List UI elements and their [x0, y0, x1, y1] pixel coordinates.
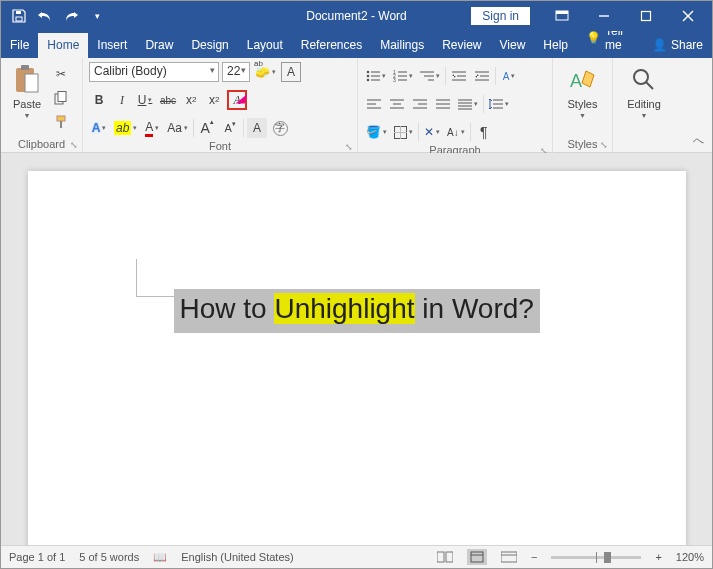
redo-icon[interactable] — [61, 6, 81, 26]
paste-button[interactable]: Paste ▼ — [7, 62, 47, 121]
chevron-down-icon: ▼ — [579, 112, 586, 119]
zoom-level[interactable]: 120% — [676, 551, 704, 563]
svg-text:A: A — [570, 71, 582, 91]
clear-format-icon: A◢ — [233, 93, 240, 108]
svg-rect-13 — [57, 116, 65, 121]
svg-line-62 — [646, 82, 653, 89]
sort-icon: A↓ — [447, 127, 459, 138]
align-center-button[interactable] — [387, 94, 407, 114]
styles-button[interactable]: A Styles ▼ — [563, 62, 603, 121]
launcher-icon[interactable]: ⤡ — [345, 142, 353, 152]
share-button[interactable]: 👤 Share — [643, 33, 712, 58]
decrease-indent-button[interactable] — [449, 66, 469, 86]
save-icon[interactable] — [9, 6, 29, 26]
tab-review[interactable]: Review — [433, 33, 490, 58]
launcher-icon[interactable]: ⤡ — [70, 140, 78, 150]
highlighted-text: Unhighlight — [274, 293, 414, 324]
ribbon-display-icon[interactable] — [542, 1, 582, 31]
font-name-combo[interactable]: Calibri (Body) — [89, 62, 219, 82]
tab-layout[interactable]: Layout — [238, 33, 292, 58]
font-color-button[interactable]: A — [142, 118, 162, 138]
sign-in-button[interactable]: Sign in — [471, 7, 530, 25]
read-mode-button[interactable] — [437, 551, 453, 563]
tab-home[interactable]: Home — [38, 33, 88, 58]
increase-indent-button[interactable] — [472, 66, 492, 86]
numbering-button[interactable]: 123 — [391, 66, 415, 86]
enclose-chars-button[interactable]: 字 — [270, 118, 290, 138]
selected-text[interactable]: How to Unhighlight in Word? — [174, 289, 540, 333]
justify-button[interactable] — [433, 94, 453, 114]
svg-rect-10 — [25, 74, 38, 92]
styles-label: Styles — [568, 98, 598, 110]
grow-font-button[interactable]: A▴ — [197, 118, 217, 138]
phonetic-guide-button[interactable]: A — [247, 118, 267, 138]
print-layout-button[interactable] — [467, 549, 487, 565]
chevron-down-icon: ▼ — [24, 112, 31, 119]
undo-icon[interactable] — [35, 6, 55, 26]
underline-button[interactable]: U — [135, 90, 155, 110]
sort-button[interactable]: A↓ — [445, 122, 467, 142]
subscript-button[interactable]: x2 — [181, 90, 201, 110]
shrink-font-button[interactable]: A▾ — [220, 118, 240, 138]
bucket-icon: 🪣 — [366, 125, 381, 139]
launcher-icon[interactable]: ⤡ — [600, 140, 608, 150]
snap-to-grid-button[interactable]: ✕ — [422, 122, 442, 142]
title-bar: ▾ Document2 - Word Sign in — [1, 1, 712, 31]
shading-button[interactable]: 🪣 — [364, 122, 389, 142]
quick-access-toolbar: ▾ — [1, 6, 107, 26]
page-indicator[interactable]: Page 1 of 1 — [9, 551, 65, 563]
ribbon-tabs: File Home Insert Draw Design Layout Refe… — [1, 31, 712, 58]
bullets-button[interactable] — [364, 66, 388, 86]
bold-button[interactable]: B — [89, 90, 109, 110]
language-indicator[interactable]: English (United States) — [181, 551, 294, 563]
tab-view[interactable]: View — [491, 33, 535, 58]
tab-insert[interactable]: Insert — [88, 33, 136, 58]
text-segment: in Word? — [415, 293, 534, 324]
collapse-ribbon-button[interactable]: へ — [693, 133, 704, 148]
highlight-color-button[interactable]: ab — [112, 118, 139, 138]
minimize-button[interactable] — [584, 1, 624, 31]
char-border-button[interactable]: A — [281, 62, 301, 82]
close-button[interactable] — [668, 1, 708, 31]
cut-button[interactable]: ✂ — [51, 64, 71, 84]
borders-button[interactable] — [392, 122, 415, 142]
copy-button[interactable] — [51, 88, 71, 108]
find-icon — [628, 64, 660, 96]
change-case-aa-button[interactable]: Aa — [165, 118, 190, 138]
tab-file[interactable]: File — [1, 33, 38, 58]
editing-button[interactable]: Editing ▼ — [623, 62, 665, 121]
superscript-button[interactable]: x2 — [204, 90, 224, 110]
strikethrough-button[interactable]: abc — [158, 90, 178, 110]
maximize-button[interactable] — [626, 1, 666, 31]
word-count[interactable]: 5 of 5 words — [79, 551, 139, 563]
multilevel-list-button[interactable] — [418, 66, 442, 86]
distributed-button[interactable] — [456, 94, 480, 114]
italic-button[interactable]: I — [112, 90, 132, 110]
tab-draw[interactable]: Draw — [136, 33, 182, 58]
svg-marker-31 — [452, 74, 456, 78]
line-spacing-button[interactable] — [487, 94, 511, 114]
align-left-button[interactable] — [364, 94, 384, 114]
copy-icon — [54, 91, 68, 105]
text-effects-button[interactable]: A — [89, 118, 109, 138]
show-marks-button[interactable]: ¶ — [474, 122, 494, 142]
tab-design[interactable]: Design — [182, 33, 237, 58]
web-layout-button[interactable] — [501, 551, 517, 563]
tab-references[interactable]: References — [292, 33, 371, 58]
align-right-button[interactable] — [410, 94, 430, 114]
zoom-out-button[interactable]: − — [531, 551, 537, 563]
font-size-combo[interactable]: 22 — [222, 62, 250, 82]
zoom-in-button[interactable]: + — [655, 551, 661, 563]
clear-formatting-button[interactable]: A◢ — [227, 90, 247, 110]
document-area[interactable]: How to Unhighlight in Word? — [1, 153, 712, 545]
tab-help[interactable]: Help — [534, 33, 577, 58]
spellcheck-icon[interactable]: 📖 — [153, 551, 167, 564]
asian-layout-button[interactable]: A — [499, 66, 519, 86]
svg-marker-35 — [475, 74, 479, 78]
zoom-slider[interactable] — [551, 556, 641, 559]
editing-label: Editing — [627, 98, 661, 110]
qat-customize-icon[interactable]: ▾ — [87, 6, 107, 26]
change-case-button[interactable]: ab🧽 — [253, 62, 278, 82]
format-painter-button[interactable] — [51, 112, 71, 132]
tab-mailings[interactable]: Mailings — [371, 33, 433, 58]
